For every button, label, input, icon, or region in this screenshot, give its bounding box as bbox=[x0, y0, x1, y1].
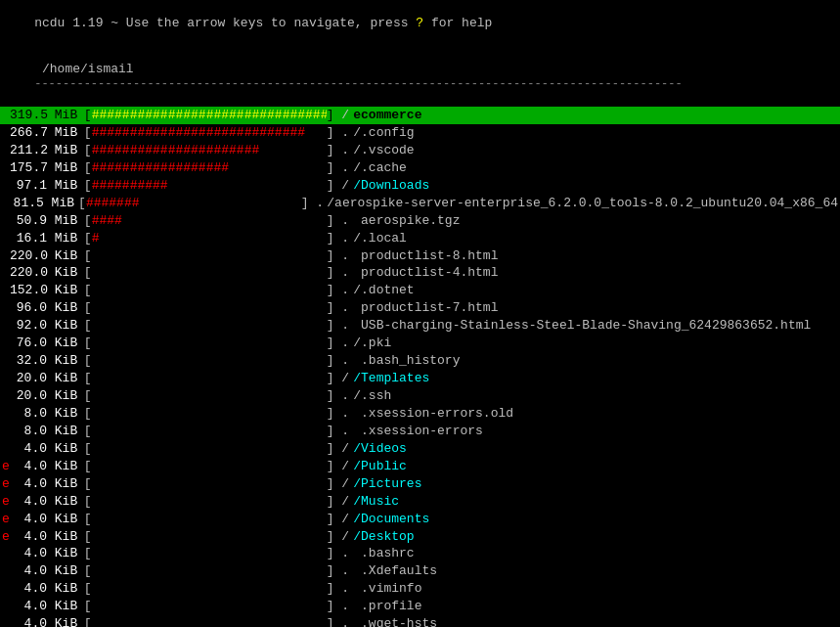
entry-name: .viminfo bbox=[353, 580, 421, 598]
entry-name: /Templates bbox=[353, 370, 429, 387]
list-item[interactable]: 20.0 KiB[ ] //Templates bbox=[0, 370, 840, 387]
list-item[interactable]: 50.9 MiB[#### ] . aerospike.tgz bbox=[0, 212, 840, 230]
bracket-close: ] bbox=[327, 317, 334, 335]
entry-type: . bbox=[341, 230, 353, 247]
e-marker bbox=[2, 264, 10, 282]
entry-name: /Videos bbox=[353, 440, 407, 458]
e-marker bbox=[2, 317, 10, 335]
bracket-close: ] bbox=[327, 124, 334, 142]
list-item[interactable]: 211.2 MiB[###################### ] ./.vs… bbox=[0, 142, 840, 159]
list-item[interactable]: 81.5 MiB[####### ] ./aerospike-server-en… bbox=[0, 195, 840, 212]
list-item[interactable]: 220.0 KiB[ ] . productlist-8.html bbox=[0, 247, 840, 265]
e-marker bbox=[2, 580, 10, 598]
size-unit: KiB bbox=[55, 335, 84, 352]
usage-bar bbox=[92, 528, 327, 546]
size-value: 16.1 bbox=[10, 230, 47, 247]
entry-name: /.config bbox=[353, 124, 414, 142]
size-value: 211.2 bbox=[10, 142, 47, 159]
bracket-close: ] bbox=[327, 299, 334, 317]
entry-type: . bbox=[341, 545, 353, 562]
list-item[interactable]: e4.0 KiB[ ] //Documents bbox=[0, 511, 840, 528]
usage-bar bbox=[92, 562, 327, 580]
size-unit: KiB bbox=[55, 475, 84, 493]
size-unit: KiB bbox=[55, 247, 84, 265]
size-unit: KiB bbox=[55, 458, 84, 475]
file-list[interactable]: 319.5 MiB[##############################… bbox=[0, 107, 840, 627]
usage-bar bbox=[92, 493, 327, 511]
bracket-open: [ bbox=[84, 142, 92, 159]
bracket-open: [ bbox=[84, 545, 92, 562]
list-item[interactable]: 4.0 KiB[ ] . .wget-hsts bbox=[0, 615, 840, 627]
usage-bar bbox=[92, 317, 327, 335]
entry-type: . bbox=[341, 264, 353, 282]
list-item[interactable]: 175.7 MiB[################## ] ./.cache bbox=[0, 159, 840, 177]
size-unit: KiB bbox=[55, 545, 84, 562]
bracket-open: [ bbox=[84, 124, 92, 142]
size-value: 76.0 bbox=[10, 335, 47, 352]
bracket-close: ] bbox=[327, 511, 334, 528]
list-item[interactable]: 266.7 MiB[############################ ]… bbox=[0, 124, 840, 142]
list-item[interactable]: 76.0 KiB[ ] ./.pki bbox=[0, 335, 840, 352]
size-value: 97.1 bbox=[10, 177, 47, 195]
list-item[interactable]: 319.5 MiB[##############################… bbox=[0, 107, 840, 124]
entry-name: /.cache bbox=[353, 159, 407, 177]
list-item[interactable]: 4.0 KiB[ ] . .bashrc bbox=[0, 545, 840, 562]
list-item[interactable]: 32.0 KiB[ ] . .bash_history bbox=[0, 352, 840, 370]
bracket-close: ] bbox=[327, 562, 334, 580]
bracket-close: ] bbox=[327, 335, 334, 352]
list-item[interactable]: 8.0 KiB[ ] . .xsession-errors bbox=[0, 423, 840, 440]
list-item[interactable]: 4.0 KiB[ ] . .viminfo bbox=[0, 580, 840, 598]
size-unit: KiB bbox=[55, 598, 84, 615]
size-value: 4.0 bbox=[10, 511, 47, 528]
usage-bar bbox=[92, 299, 327, 317]
entry-type: . bbox=[341, 299, 353, 317]
size-unit: KiB bbox=[55, 387, 84, 405]
list-item[interactable]: 96.0 KiB[ ] . productlist-7.html bbox=[0, 299, 840, 317]
list-item[interactable]: 16.1 MiB[# ] ./.local bbox=[0, 230, 840, 247]
list-item[interactable]: e4.0 KiB[ ] //Desktop bbox=[0, 528, 840, 546]
bracket-close: ] bbox=[327, 352, 334, 370]
bracket-open: [ bbox=[84, 423, 92, 440]
entry-name: productlist-7.html bbox=[353, 299, 498, 317]
list-item[interactable]: 220.0 KiB[ ] . productlist-4.html bbox=[0, 264, 840, 282]
list-item[interactable]: 4.0 KiB[ ] . .profile bbox=[0, 598, 840, 615]
entry-type: . bbox=[341, 124, 353, 142]
size-unit: MiB bbox=[52, 195, 78, 212]
usage-bar bbox=[92, 458, 327, 475]
bracket-close: ] bbox=[327, 405, 334, 423]
list-item[interactable]: e4.0 KiB[ ] //Music bbox=[0, 493, 840, 511]
size-value: 8.0 bbox=[10, 405, 47, 423]
e-marker bbox=[2, 562, 10, 580]
size-unit: KiB bbox=[55, 528, 84, 546]
entry-name: /Documents bbox=[353, 511, 429, 528]
e-marker bbox=[2, 405, 10, 423]
bracket-close: ] bbox=[327, 493, 334, 511]
entry-type: . bbox=[341, 405, 353, 423]
e-marker bbox=[2, 440, 10, 458]
size-value: 319.5 bbox=[10, 107, 47, 124]
e-marker: e bbox=[2, 528, 10, 546]
bracket-open: [ bbox=[84, 177, 92, 195]
list-item[interactable]: e4.0 KiB[ ] //Pictures bbox=[0, 475, 840, 493]
bracket-open: [ bbox=[84, 528, 92, 546]
size-value: 175.7 bbox=[10, 159, 47, 177]
bracket-open: [ bbox=[84, 493, 92, 511]
entry-type: / bbox=[341, 370, 353, 387]
size-value: 220.0 bbox=[10, 264, 47, 282]
entry-type: . bbox=[341, 615, 353, 627]
entry-type: . bbox=[341, 142, 353, 159]
list-item[interactable]: 97.1 MiB[########## ] //Downloads bbox=[0, 177, 840, 195]
entry-type: . bbox=[341, 317, 353, 335]
entry-name: .xsession-errors bbox=[353, 423, 483, 440]
usage-bar: # bbox=[92, 230, 327, 247]
list-item[interactable]: 4.0 KiB[ ] . .Xdefaults bbox=[0, 562, 840, 580]
bracket-close: ] bbox=[327, 282, 334, 299]
list-item[interactable]: e4.0 KiB[ ] //Public bbox=[0, 458, 840, 475]
list-item[interactable]: 8.0 KiB[ ] . .xsession-errors.old bbox=[0, 405, 840, 423]
bracket-close: ] bbox=[327, 528, 334, 546]
e-marker bbox=[2, 423, 10, 440]
list-item[interactable]: 20.0 KiB[ ] ./.ssh bbox=[0, 387, 840, 405]
list-item[interactable]: 152.0 KiB[ ] ./.dotnet bbox=[0, 282, 840, 299]
list-item[interactable]: 92.0 KiB[ ] . USB-charging-Stainless-Ste… bbox=[0, 317, 840, 335]
list-item[interactable]: 4.0 KiB[ ] //Videos bbox=[0, 440, 840, 458]
